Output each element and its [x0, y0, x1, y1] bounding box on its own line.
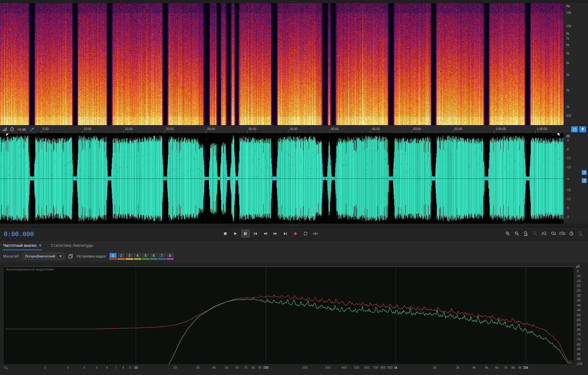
time-label: 30:00 — [248, 127, 256, 131]
y-tick-label: -35 — [576, 299, 587, 302]
ruler-tick — [453, 130, 453, 133]
ruler-tick — [66, 132, 66, 133]
record-button[interactable] — [291, 230, 300, 237]
waveform-display[interactable] — [0, 133, 564, 224]
pin-toggle-button[interactable] — [579, 126, 586, 132]
x-tick-label: 300 — [325, 366, 331, 369]
frame-hold-color-bar — [150, 258, 157, 260]
ruler-tick — [181, 132, 181, 133]
time-label: 45:00 — [372, 127, 380, 131]
frame-hold-label: Остановка кадра: — [77, 254, 106, 258]
zoom-to-selection-button[interactable] — [522, 230, 530, 237]
pause-button[interactable] — [241, 230, 250, 237]
tab-amplitude-label: Статистика Амплитуды — [51, 243, 93, 248]
loop-toggle-button[interactable] — [571, 126, 578, 132]
frame-hold-button-3[interactable]: 3 — [126, 253, 133, 258]
rewind-button[interactable] — [261, 230, 270, 237]
skip-selection-button[interactable] — [311, 230, 320, 237]
frame-hold-button-5[interactable]: 5 — [142, 253, 149, 258]
x-tick-label: 2k — [433, 366, 437, 369]
channel-badge-2[interactable]: 2 — [582, 178, 587, 183]
zoom-out-button[interactable] — [513, 230, 521, 237]
y-tick-label: -80 — [576, 343, 587, 346]
waveform-panel[interactable] — [0, 133, 564, 224]
amplitude-scale-label: -6 — [566, 206, 569, 210]
copy-data-button[interactable] — [67, 253, 74, 259]
move-playhead-button[interactable] — [29, 127, 35, 133]
analysis-controls: Масштаб: Логарифмический Остановка кадра… — [0, 250, 588, 262]
frame-hold-color-bar — [109, 258, 117, 260]
ruler-tick — [156, 132, 157, 133]
frame-hold-button-7[interactable]: 7 — [158, 253, 166, 258]
selection-handle-left[interactable] — [6, 133, 9, 136]
zoom-amplitude-button[interactable] — [531, 230, 539, 237]
gain-readout[interactable]: +0 dB — [17, 128, 26, 131]
x-tick-label: 8 — [122, 366, 124, 369]
ruler-tick — [148, 132, 148, 133]
tab-frequency-analysis[interactable]: Частотный анализ ≡ — [3, 241, 42, 250]
zoom-in-at-out-point-button[interactable] — [549, 230, 557, 237]
ruler-tick — [420, 132, 420, 133]
playhead-time[interactable]: 0:00.000 — [4, 230, 34, 238]
ruler-tick — [107, 132, 107, 133]
loop-playback-button[interactable] — [301, 230, 310, 237]
stopwatch-icon[interactable] — [10, 127, 14, 133]
play-button[interactable] — [231, 230, 240, 237]
panel-grip-top[interactable]: •••••• — [0, 0, 588, 3]
ruler-tick — [404, 132, 404, 133]
timeline-ruler[interactable]: +0 dB 5:0010:0015:0020:0025:0030:0035:00… — [0, 125, 588, 133]
frequency-scale-label: 500 — [566, 114, 571, 118]
frequency-chart[interactable]: Анализированное выделение — [4, 266, 574, 364]
panel-menu-icon[interactable]: ≡ — [39, 243, 42, 248]
x-tick-label: 50 — [225, 366, 229, 369]
move-to-previous-button[interactable] — [251, 230, 260, 237]
frame-hold-button-1[interactable]: 1 — [109, 253, 117, 258]
ruler-tick — [445, 132, 445, 133]
y-tick-label: -30 — [576, 294, 587, 297]
y-tick-label: -70 — [576, 333, 587, 336]
zoom-in-at-in-point-button[interactable] — [540, 230, 548, 237]
zoom-to-selected-range-button[interactable] — [559, 230, 566, 237]
y-tick-label: -50 — [576, 313, 587, 317]
frequency-scale-label: 1k — [566, 105, 570, 109]
timer-record-button[interactable] — [568, 230, 575, 237]
amplitude-scale[interactable]: dB -3-6-12-18-∞-18-12-6-3 12 — [564, 133, 588, 224]
x-tick-label: 60 — [235, 366, 239, 369]
frequency-scale-label: 4k — [566, 61, 570, 65]
y-tick-label: -15 — [576, 279, 587, 283]
levels-meter-icon[interactable] — [3, 127, 7, 132]
ruler-tick — [165, 130, 165, 133]
frame-hold-buttons: 12345678 — [109, 253, 174, 260]
ruler-tick — [387, 132, 387, 133]
frequency-unit-label: Hz — [566, 4, 570, 8]
channel-badge-1[interactable]: 1 — [582, 170, 587, 175]
ruler-tick — [313, 132, 313, 133]
ruler-tick — [41, 130, 41, 133]
y-tick-label: -40 — [576, 304, 587, 307]
amplitude-scale-label: -18 — [566, 188, 570, 192]
zoom-reset-button[interactable] — [577, 230, 584, 237]
panel-tabs: Частотный анализ ≡ Статистика Амплитуды — [0, 240, 588, 250]
frequency-scale-label: 15k — [566, 11, 571, 14]
spectrogram-display[interactable] — [0, 3, 564, 125]
amplitude-scale-label: -3 — [566, 139, 569, 142]
frame-hold-button-8[interactable]: 8 — [166, 253, 174, 258]
panel-grip-middle[interactable]: •••••• — [0, 224, 588, 227]
fast-forward-button[interactable] — [271, 230, 280, 237]
scale-dropdown[interactable]: Логарифмический — [22, 253, 64, 260]
stop-button[interactable] — [221, 230, 230, 237]
y-tick-label: -85 — [576, 347, 587, 351]
tab-amplitude-statistics[interactable]: Статистика Амплитуды — [50, 241, 94, 250]
move-to-next-button[interactable] — [281, 230, 290, 237]
frequency-scale[interactable]: Hz 15k10k8k7k6k5k4k3k2k1k500 — [564, 3, 588, 125]
ruler-tick — [552, 132, 552, 133]
ruler-tick — [255, 132, 255, 133]
frequency-scale-label: 6k — [566, 43, 570, 47]
zoom-in-button[interactable] — [504, 230, 512, 237]
spectrogram-panel[interactable] — [0, 3, 564, 125]
frame-hold-button-4[interactable]: 4 — [134, 253, 141, 258]
frame-hold-button-2[interactable]: 2 — [117, 253, 125, 258]
frame-hold-color-bar — [134, 258, 141, 260]
selection-handle-right[interactable] — [557, 133, 560, 136]
frame-hold-button-6[interactable]: 6 — [150, 253, 157, 258]
